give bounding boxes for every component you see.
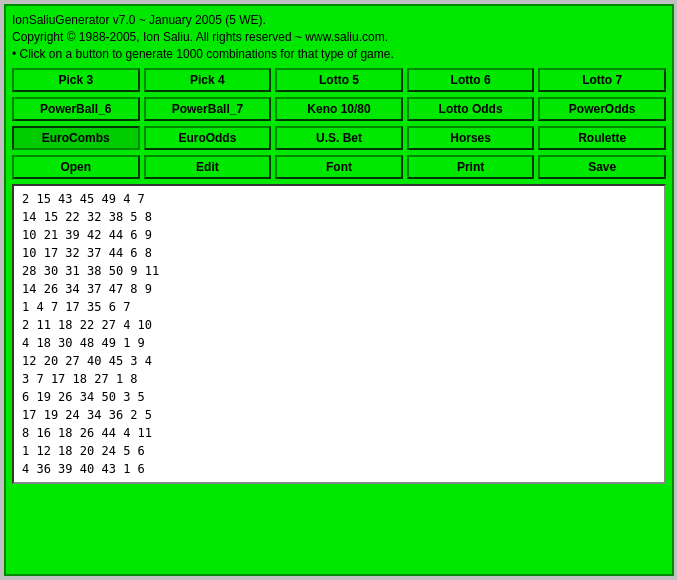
lotto7-button[interactable]: Lotto 7 (538, 68, 666, 92)
main-window: IonSaliuGenerator v7.0 ~ January 2005 (5… (4, 4, 674, 576)
euroodds-button[interactable]: EuroOdds (144, 126, 272, 150)
table-row: 4 18 30 48 49 1 9 (22, 334, 656, 352)
table-row: 14 15 22 32 38 5 8 (22, 208, 656, 226)
lottoodds-button[interactable]: Lotto Odds (407, 97, 535, 121)
output-inner: 2 15 43 45 49 4 714 15 22 32 38 5 810 21… (14, 186, 664, 484)
powerball6-button[interactable]: PowerBall_6 (12, 97, 140, 121)
font-button[interactable]: Font (275, 155, 403, 179)
eurocombs-button[interactable]: EuroCombs (12, 126, 140, 150)
usbet-button[interactable]: U.S. Bet (275, 126, 403, 150)
button-row-4: Open Edit Font Print Save (12, 155, 666, 179)
table-row: 2 11 18 22 27 4 10 (22, 316, 656, 334)
table-row: 17 19 24 34 36 2 5 (22, 406, 656, 424)
header-line3: • Click on a button to generate 1000 com… (12, 46, 666, 63)
powerball7-button[interactable]: PowerBall_7 (144, 97, 272, 121)
table-row: 2 15 43 45 49 4 7 (22, 190, 656, 208)
horses-button[interactable]: Horses (407, 126, 535, 150)
table-row: 4 36 39 40 43 1 6 (22, 460, 656, 478)
table-row: 6 19 26 34 50 3 5 (22, 388, 656, 406)
table-row: 8 16 18 26 44 4 11 (22, 424, 656, 442)
header-section: IonSaliuGenerator v7.0 ~ January 2005 (5… (12, 12, 666, 62)
lotto5-button[interactable]: Lotto 5 (275, 68, 403, 92)
table-row: 5 11 12 29 44 5 7 (22, 478, 656, 484)
table-row: 10 17 32 37 44 6 8 (22, 244, 656, 262)
header-line1: IonSaliuGenerator v7.0 ~ January 2005 (5… (12, 12, 666, 29)
table-row: 1 4 7 17 35 6 7 (22, 298, 656, 316)
roulette-button[interactable]: Roulette (538, 126, 666, 150)
open-button[interactable]: Open (12, 155, 140, 179)
table-row: 3 7 17 18 27 1 8 (22, 370, 656, 388)
button-row-1: Pick 3 Pick 4 Lotto 5 Lotto 6 Lotto 7 (12, 68, 666, 92)
pick3-button[interactable]: Pick 3 (12, 68, 140, 92)
save-button[interactable]: Save (538, 155, 666, 179)
print-button[interactable]: Print (407, 155, 535, 179)
table-row: 10 21 39 42 44 6 9 (22, 226, 656, 244)
table-row: 28 30 31 38 50 9 11 (22, 262, 656, 280)
header-line2: Copyright © 1988-2005, Ion Saliu. All ri… (12, 29, 666, 46)
edit-button[interactable]: Edit (144, 155, 272, 179)
table-row: 14 26 34 37 47 8 9 (22, 280, 656, 298)
lotto6-button[interactable]: Lotto 6 (407, 68, 535, 92)
output-area[interactable]: 2 15 43 45 49 4 714 15 22 32 38 5 810 21… (12, 184, 666, 484)
pick4-button[interactable]: Pick 4 (144, 68, 272, 92)
table-row: 1 12 18 20 24 5 6 (22, 442, 656, 460)
keno-button[interactable]: Keno 10/80 (275, 97, 403, 121)
table-row: 12 20 27 40 45 3 4 (22, 352, 656, 370)
button-row-3: EuroCombs EuroOdds U.S. Bet Horses Roule… (12, 126, 666, 150)
powerodds-button[interactable]: PowerOdds (538, 97, 666, 121)
button-row-2: PowerBall_6 PowerBall_7 Keno 10/80 Lotto… (12, 97, 666, 121)
